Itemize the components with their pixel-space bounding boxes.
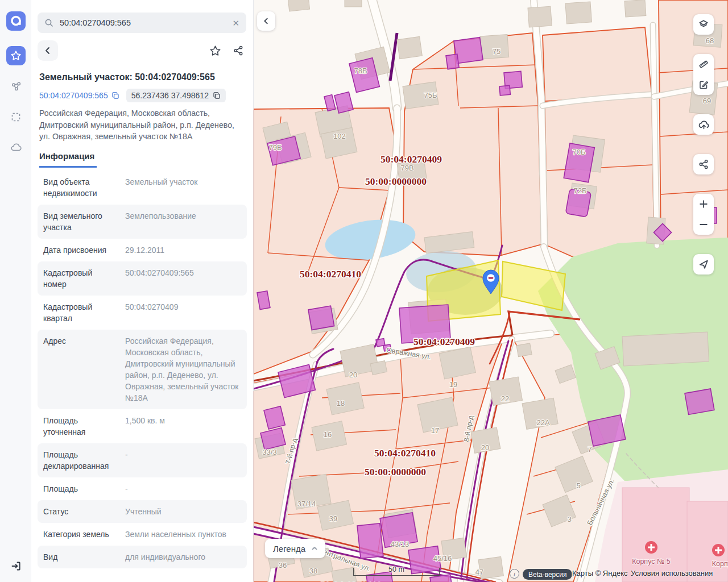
ruler-button[interactable] <box>693 54 714 74</box>
house-label: 68 <box>706 36 714 45</box>
copy-icon[interactable] <box>213 92 221 99</box>
cadastral-number-link[interactable]: 50:04:0270409:565 <box>39 91 119 100</box>
back-button[interactable] <box>38 40 58 61</box>
map-share-button[interactable] <box>693 154 714 174</box>
quarter-label: 50:00:0000000 <box>365 466 426 477</box>
quarter-label: 50:04:0270409 <box>380 153 442 165</box>
info-icon[interactable]: i <box>510 569 519 579</box>
locate-button[interactable] <box>693 254 714 275</box>
house-label: 45/16 <box>433 554 452 563</box>
zoom-group <box>693 194 714 235</box>
tab-information[interactable]: Информация <box>39 151 97 168</box>
poi-label: Корпус <box>712 560 728 568</box>
layers-icon <box>698 19 709 30</box>
row-value: 50:04:0270409 <box>125 301 246 324</box>
quarter-label: 50:00:0000000 <box>365 176 427 187</box>
quarter-label: 50:04:0270410 <box>320 580 382 582</box>
row-value: 1,500 кв. м <box>125 415 246 438</box>
plus-icon <box>698 198 709 210</box>
edit-button[interactable] <box>693 74 714 95</box>
house-label: 69 <box>703 97 711 105</box>
table-row: Дата присвоения29.12.2011 <box>38 239 247 261</box>
row-value: Российская Федерация, Московская область… <box>125 335 246 404</box>
row-label: Вид <box>43 551 125 563</box>
row-value: 50:04:0270409:565 <box>125 267 246 290</box>
chevron-up-icon <box>311 544 318 552</box>
beta-badge: Beta-версия <box>523 569 572 580</box>
selection-square-icon <box>10 111 22 123</box>
table-row: Кадастровый номер50:04:0270409:565 <box>38 261 247 296</box>
sidebar-item-objects[interactable] <box>6 77 26 96</box>
row-label: Площадь уточненная <box>43 415 125 438</box>
house-label: 75Б <box>424 91 437 99</box>
cadastral-map-svg[interactable]: 50:04:027040950:00:000000050:04:02704105… <box>254 0 728 582</box>
cadastral-number-text[interactable]: 50:04:0270409:565 <box>39 91 108 100</box>
zoom-in-button[interactable] <box>693 194 714 214</box>
row-value: - <box>125 483 246 494</box>
hospital-buildings <box>622 488 728 582</box>
login-icon <box>10 560 22 572</box>
search-input[interactable] <box>59 18 227 28</box>
house-label: 75 <box>493 47 500 56</box>
layers-button[interactable] <box>693 14 714 35</box>
table-row: АдресРоссийская Федерация, Московская об… <box>38 330 247 409</box>
clear-search-icon[interactable]: ✕ <box>232 19 239 27</box>
house-label: 47 <box>475 568 483 576</box>
favorite-button[interactable] <box>209 45 221 57</box>
row-value: - <box>125 449 246 472</box>
app-logo[interactable] <box>6 11 26 31</box>
search-bar[interactable]: ✕ <box>38 13 246 33</box>
house-label: 72Б <box>574 186 587 195</box>
object-toolbar <box>38 40 244 61</box>
map-copyright[interactable]: Карты © Яндекс <box>572 569 628 577</box>
house-label: 78Б <box>354 66 367 75</box>
house-label: 20 <box>349 371 357 379</box>
zoom-out-button[interactable] <box>693 214 714 235</box>
share-button[interactable] <box>233 45 244 56</box>
row-label: Кадастровый номер <box>43 267 125 290</box>
house-label: 70Б <box>573 148 586 156</box>
minus-icon <box>698 219 709 230</box>
row-value: для индивидуального <box>125 551 246 563</box>
chevron-left-icon <box>262 16 271 26</box>
navigation-arrow-icon <box>698 259 709 270</box>
coordinates-text: 56.237436 37.498612 <box>131 91 209 100</box>
house-label: 102 <box>333 132 346 140</box>
table-row: Площадь декларированная- <box>38 443 247 477</box>
house-label: 5 <box>576 481 580 490</box>
table-row: Виддля индивидуального <box>38 546 247 568</box>
table-row: Площадь- <box>38 477 247 500</box>
house-label: 38 <box>309 567 317 575</box>
table-row: Кадастровый квартал50:04:0270409 <box>38 296 247 330</box>
house-label: 20 <box>481 443 489 452</box>
scale-bar: 50 m <box>353 568 440 576</box>
row-label: Адрес <box>43 335 125 404</box>
sidebar-item-favorites[interactable] <box>6 46 26 65</box>
sidebar-item-cloud[interactable] <box>6 138 26 157</box>
quarter-label: 50:04:0270410 <box>374 447 436 459</box>
cloud-upload-icon <box>698 119 710 131</box>
house-label: 22 <box>501 394 509 403</box>
ruler-icon <box>698 59 709 70</box>
star-icon <box>209 45 221 57</box>
house-label: 7 <box>588 445 592 454</box>
coordinates-chip[interactable]: 56.237436 37.498612 <box>126 89 226 102</box>
collapse-panel-button[interactable] <box>257 11 275 31</box>
row-value: Землепользование <box>125 210 246 233</box>
house-label: 79В <box>400 164 413 172</box>
row-label: Площадь <box>43 483 125 494</box>
row-value: Учтенный <box>125 506 246 517</box>
upload-button[interactable] <box>693 114 714 135</box>
terms-link[interactable]: Условия использования <box>631 569 713 577</box>
row-label: Площадь декларированная <box>43 449 125 472</box>
copy-icon[interactable] <box>111 92 119 99</box>
object-address: Российская Федерация, Московская область… <box>39 107 245 143</box>
map-area[interactable]: 50:04:027040950:00:000000050:04:02704105… <box>254 0 728 582</box>
sidebar-item-area-select[interactable] <box>6 107 26 127</box>
tabs: Информация <box>39 151 253 168</box>
share-icon <box>233 45 244 56</box>
left-rail <box>0 0 31 582</box>
legend-button[interactable]: Легенда <box>265 539 325 558</box>
row-label: Категория земель <box>43 529 125 540</box>
login-button[interactable] <box>0 560 31 572</box>
